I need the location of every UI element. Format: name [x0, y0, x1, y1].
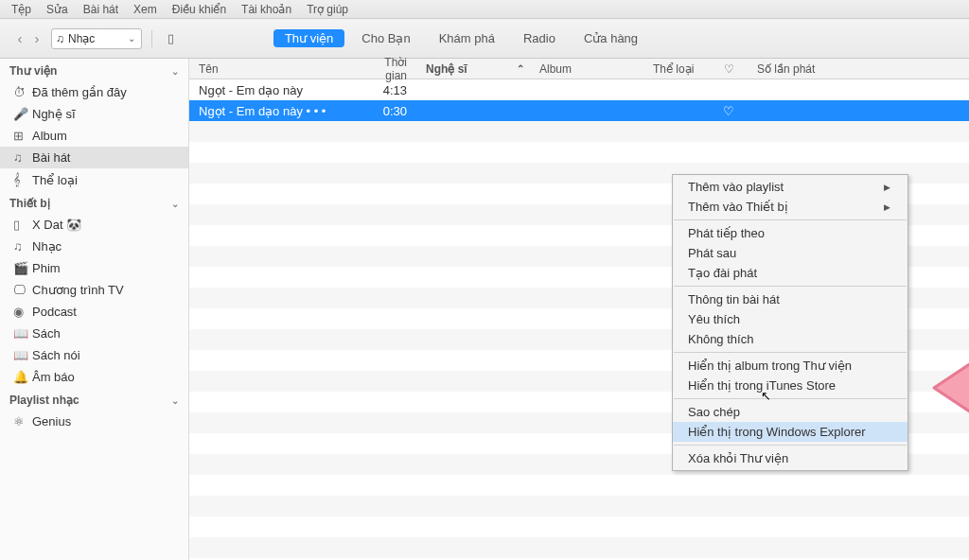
sidebar-item-label: Podcast: [32, 305, 77, 319]
sidebar-item-genius[interactable]: ⚛Genius: [0, 411, 188, 432]
sidebar-group-thiết-bị[interactable]: Thiết bị⌄: [0, 191, 188, 214]
sidebar-item-thể-loại[interactable]: 𝄞Thể loại: [0, 168, 188, 191]
context-menu-y-u-th-ch[interactable]: Yêu thích: [673, 309, 907, 329]
sidebar-item-chương-trình-tv[interactable]: 🖵Chương trình TV: [0, 279, 188, 301]
empty-row: [189, 516, 969, 537]
sidebar-item-icon: ♫: [13, 150, 32, 165]
sidebar-item-icon: ⏱: [13, 85, 32, 99]
context-menu-label: Xóa khỏi Thư viện: [688, 451, 788, 465]
col-heart[interactable]: ♡: [710, 62, 748, 76]
context-menu-label: Hiển thị trong iTunes Store: [688, 378, 836, 393]
sidebar-item-âm-báo[interactable]: 🔔Âm báo: [0, 366, 188, 388]
media-type-label: Nhạc: [68, 32, 95, 45]
menu-tài khoản[interactable]: Tài khoản: [234, 1, 299, 18]
context-menu-sao-ch-p[interactable]: Sao chép: [673, 402, 907, 422]
nav-forward-button[interactable]: ›: [28, 30, 45, 47]
sidebar-item-album[interactable]: ⊞Album: [0, 125, 188, 147]
context-menu-ph-t-ti-p-theo[interactable]: Phát tiếp theo: [673, 223, 907, 243]
sidebar-item-nghệ-sĩ[interactable]: 🎤Nghệ sĩ: [0, 103, 188, 125]
sidebar-item-phim[interactable]: 🎬Phim: [0, 257, 188, 279]
context-menu-th-m-v-o-thi-t-b-[interactable]: Thêm vào Thiết bị▶: [673, 197, 907, 217]
chevron-right-icon: ▶: [884, 202, 890, 212]
context-menu: Thêm vào playlist▶Thêm vào Thiết bị▶Phát…: [672, 174, 908, 471]
empty-row: [189, 142, 969, 163]
sidebar: Thư viện⌄⏱Đã thêm gần đây🎤Nghệ sĩ⊞Album♫…: [0, 59, 189, 560]
sidebar-item-icon: 🎬: [13, 261, 32, 275]
sidebar-item-label: Thể loại: [32, 173, 78, 187]
menu-bài hát[interactable]: Bài hát: [76, 1, 126, 18]
chevron-down-icon: ⌄: [171, 395, 179, 406]
sidebar-item-label: Phim: [32, 261, 61, 275]
context-menu-label: Thêm vào Thiết bị: [688, 200, 788, 214]
context-menu-hi-n-th-trong-itunes-store[interactable]: Hiển thị trong iTunes Store: [673, 376, 907, 395]
menu-xem[interactable]: Xem: [126, 1, 165, 18]
sidebar-item-label: Đã thêm gần đây: [32, 85, 127, 99]
col-album[interactable]: Album: [530, 62, 643, 76]
context-menu-hi-n-th-album-trong-th-vi-n[interactable]: Hiển thị album trong Thư viện: [673, 356, 907, 376]
context-menu-label: Phát sau: [688, 246, 736, 260]
tab-radio[interactable]: Radio: [512, 29, 567, 47]
main-pane: Tên Thời gian Nghệ sĩ⌃ Album Thể loại ♡ …: [189, 59, 969, 560]
context-menu-ph-t-sau[interactable]: Phát sau: [673, 243, 907, 263]
track-row[interactable]: Ngọt - Em dạo này4:13: [189, 79, 969, 100]
empty-row: [189, 121, 969, 142]
context-menu-th-ng-tin-b-i-h-t[interactable]: Thông tin bài hát: [673, 289, 907, 309]
tab-khám-phá[interactable]: Khám phá: [428, 29, 506, 47]
track-row[interactable]: Ngọt - Em dạo này • • •0:30♡: [189, 100, 969, 121]
track-name: Ngọt - Em dạo này: [189, 83, 379, 97]
col-genre[interactable]: Thể loại: [643, 62, 710, 76]
context-menu-th-m-v-o-playlist[interactable]: Thêm vào playlist▶: [673, 177, 907, 197]
context-menu-kh-ng-th-ch[interactable]: Không thích: [673, 329, 907, 349]
sidebar-item-icon: 🎤: [13, 107, 32, 121]
col-artist[interactable]: Nghệ sĩ⌃: [416, 62, 530, 76]
context-menu-separator: [674, 219, 907, 220]
empty-row: [189, 496, 969, 516]
context-menu-t-o-i-ph-t[interactable]: Tạo đài phát: [673, 263, 907, 283]
toolbar: ‹ › ♫ Nhạc ⌄ ▯ Thư việnCho BạnKhám pháRa…: [0, 19, 969, 59]
sidebar-item-icon: 🔔: [13, 370, 32, 384]
context-menu-label: Thông tin bài hát: [688, 292, 780, 306]
sidebar-item-label: Genius: [32, 414, 71, 429]
context-menu-label: Sao chép: [688, 405, 740, 419]
sidebar-item-podcast[interactable]: ◉Podcast: [0, 301, 188, 323]
sidebar-item-label: Nhạc: [32, 239, 62, 254]
context-menu-x-a-kh-i-th-vi-n[interactable]: Xóa khỏi Thư viện: [673, 448, 907, 468]
sidebar-item-bài-hát[interactable]: ♫Bài hát: [0, 147, 188, 168]
col-plays[interactable]: Số lần phát: [748, 62, 833, 76]
col-name[interactable]: Tên: [189, 62, 379, 76]
sidebar-item-sách[interactable]: 📖Sách: [0, 323, 188, 344]
device-icon[interactable]: ▯: [162, 31, 179, 45]
sidebar-item-label: Bài hát: [32, 150, 70, 165]
track-time: 0:30: [379, 104, 416, 118]
tab-cho-bạn[interactable]: Cho Bạn: [350, 29, 421, 47]
sidebar-item-label: Album: [32, 129, 67, 143]
table-header: Tên Thời gian Nghệ sĩ⌃ Album Thể loại ♡ …: [189, 59, 969, 79]
menu-trợ giúp[interactable]: Trợ giúp: [299, 1, 356, 18]
context-menu-separator: [674, 286, 907, 287]
nav-back-button[interactable]: ‹: [11, 30, 28, 47]
sidebar-item-icon: 📖: [13, 348, 32, 362]
sidebar-item-x-dat-🐼[interactable]: ▯X Dat 🐼: [0, 214, 188, 236]
sidebar-group-thư-viện[interactable]: Thư viện⌄: [0, 59, 188, 81]
sidebar-item-icon: 📖: [13, 326, 32, 341]
chevron-down-icon: ⌄: [128, 33, 135, 44]
music-note-icon: ♫: [56, 32, 64, 45]
menu-điều khiển[interactable]: Điều khiển: [165, 1, 234, 18]
sidebar-item-đã-thêm-gần-đây[interactable]: ⏱Đã thêm gần đây: [0, 81, 188, 103]
sidebar-item-nhạc[interactable]: ♫Nhạc: [0, 236, 188, 257]
context-menu-label: Phát tiếp theo: [688, 226, 765, 240]
menu-tệp[interactable]: Tệp: [4, 1, 39, 18]
sidebar-item-label: Âm báo: [32, 370, 75, 384]
track-heart[interactable]: ♡: [710, 104, 748, 118]
tab-cửa-hàng[interactable]: Cửa hàng: [573, 29, 649, 47]
menu-sửa[interactable]: Sửa: [39, 1, 76, 18]
sidebar-group-playlist-nhạc[interactable]: Playlist nhạc⌄: [0, 388, 188, 411]
context-menu-separator: [674, 398, 907, 399]
chevron-right-icon: ▶: [884, 183, 890, 192]
tab-thư-viện[interactable]: Thư viện: [273, 29, 344, 47]
sidebar-item-sách-nói[interactable]: 📖Sách nói: [0, 344, 188, 366]
media-type-selector[interactable]: ♫ Nhạc ⌄: [51, 28, 142, 49]
context-menu-hi-n-th-trong-windows-explorer[interactable]: Hiển thị trong Windows Explorer: [673, 422, 907, 442]
sidebar-item-icon: ◉: [13, 305, 32, 319]
col-time[interactable]: Thời gian: [379, 56, 416, 82]
